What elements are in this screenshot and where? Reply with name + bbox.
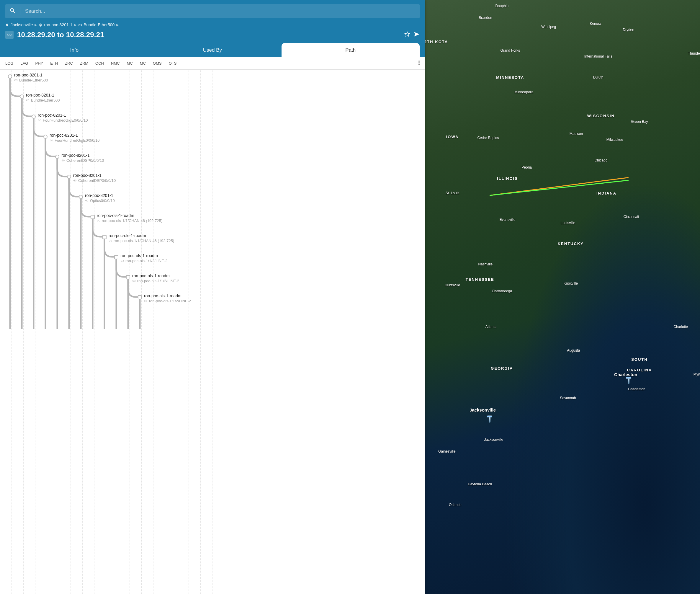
- link-icon: [73, 179, 76, 182]
- map-city-label: Brandon: [479, 15, 492, 20]
- layer-tab[interactable]: ZRC: [61, 61, 76, 66]
- map-city-label: Atlanta: [485, 325, 496, 329]
- path-node-sub: Optics0/0/0/10: [85, 198, 115, 203]
- map-city-label: Green Bay: [631, 120, 648, 124]
- map-city-label: International Falls: [584, 54, 612, 59]
- layer-tab[interactable]: LOG: [2, 61, 17, 66]
- node-square-icon: [102, 235, 107, 239]
- locate-button[interactable]: [414, 31, 420, 38]
- favorite-button[interactable]: [404, 31, 410, 38]
- breadcrumb-item[interactable]: Bundle-Ether500: [78, 23, 114, 27]
- layer-tab[interactable]: PHY: [32, 61, 47, 66]
- node-circle-icon: [79, 195, 83, 199]
- map-pin-icon[interactable]: [626, 377, 631, 384]
- path-node[interactable]: ron-poc-8201-1CoherentDSP0/0/0/10: [0, 156, 425, 176]
- node-square-icon: [138, 295, 142, 299]
- map-city-label: Savannah: [560, 396, 576, 400]
- map-city-label: Grand Forks: [500, 48, 520, 53]
- map-state-label: KENTUCKY: [558, 241, 584, 245]
- map-state-label: IOWA: [446, 134, 459, 139]
- layer-tab[interactable]: MC: [136, 61, 149, 66]
- path-node-title: ron-poc-8201-1: [73, 173, 116, 178]
- svg-point-2: [418, 64, 420, 65]
- layer-tab[interactable]: ZRM: [76, 61, 92, 66]
- layer-tab[interactable]: OCH: [92, 61, 107, 66]
- path-node-sub: CoherentDSP0/0/0/10: [61, 158, 104, 163]
- link-icon: [97, 219, 100, 222]
- layer-tab[interactable]: OMS: [149, 61, 165, 66]
- chevron-right-icon: ▶: [35, 23, 37, 27]
- map-state-label: SOUTH: [631, 357, 648, 362]
- link-icon: [38, 119, 41, 122]
- path-node-title: ron-poc-8201-1: [61, 153, 104, 158]
- link-icon: [5, 31, 13, 39]
- tab-path[interactable]: Path: [282, 43, 420, 57]
- path-node-title: ron-poc-ols-1-roadm: [120, 253, 167, 258]
- page-title: 10.28.29.20 to 10.28.29.21: [17, 31, 401, 39]
- path-node-sub: FourHundredGigE0/0/0/10: [49, 138, 100, 142]
- map-state-label: MINNESOTA: [496, 75, 524, 79]
- layer-tab[interactable]: LAG: [17, 61, 32, 66]
- map-city-label: Evansville: [499, 218, 515, 222]
- map-city-label: Charleston: [628, 387, 645, 391]
- main-tabs: Info Used By Path: [5, 43, 420, 57]
- map-state-label: GEORGIA: [491, 366, 513, 370]
- map-city-label: Gainesville: [438, 449, 456, 454]
- path-node-sub: CoherentDSP0/0/0/10: [73, 178, 116, 183]
- path-node-sub: ron-poc-ols-1/1/2/LINE-2: [144, 299, 191, 303]
- path-node[interactable]: ron-poc-ols-1-roadmron-poc-ols-1/1/2/LIN…: [0, 296, 425, 317]
- map-city-label: Peoria: [521, 165, 532, 169]
- breadcrumb-item[interactable]: Jacksonville: [5, 23, 33, 27]
- map-city-label: Winnipeg: [541, 25, 556, 29]
- map-city-label: Jacksonville: [484, 437, 503, 442]
- map-city-label: Cincinnati: [624, 214, 639, 219]
- node-square-icon: [91, 215, 95, 219]
- path-node-title: ron-poc-ols-1-roadm: [97, 213, 162, 218]
- map-city-label: Charlotte: [673, 325, 688, 329]
- path-node-title: ron-poc-ols-1-roadm: [144, 293, 191, 298]
- map-city-label: Huntsville: [445, 283, 460, 287]
- path-node-title: ron-poc-8201-1: [49, 133, 100, 138]
- path-node[interactable]: ron-poc-8201-1Optics0/0/0/10: [0, 196, 425, 216]
- path-node-sub: ron-poc-ols-1/1/2/LINE-2: [132, 279, 179, 283]
- tab-info[interactable]: Info: [5, 43, 143, 57]
- map-city-label: Cedar Rapids: [478, 136, 499, 140]
- search-icon: [9, 7, 20, 15]
- map-state-label: TENNESSEE: [466, 277, 494, 282]
- path-node-sub: FourHundredGigE0/0/0/10: [38, 118, 88, 123]
- map-view[interactable]: DauphinBrandonWinnipegKenoraDrydenIntern…: [425, 0, 700, 594]
- map-city-label: Minneapolis: [514, 90, 533, 94]
- search-input[interactable]: [25, 8, 416, 14]
- search-bar[interactable]: [5, 4, 420, 18]
- map-city-label: Jacksonville: [469, 407, 496, 412]
- path-node[interactable]: ron-poc-ols-1-roadmron-poc-ols-1/1/2/LIN…: [0, 256, 425, 276]
- map-city-label: Knoxville: [564, 282, 578, 286]
- path-node[interactable]: ron-poc-ols-1-roadmron-poc-ols-1/1/2/LIN…: [0, 276, 425, 296]
- map-city-label: Duluth: [593, 75, 603, 79]
- map-state-label: RTH KOTA: [425, 39, 448, 44]
- layer-tab[interactable]: OTS: [165, 61, 180, 66]
- link-icon: [14, 78, 18, 82]
- map-state-label: ILLINOIS: [497, 176, 518, 180]
- path-tree: ron-poc-8201-1Bundle-Ether500ron-poc-820…: [0, 70, 425, 594]
- map-city-label: Madison: [569, 132, 583, 136]
- path-node[interactable]: ron-poc-ols-1-roadmron-poc-ols-1/1/CHAN …: [0, 236, 425, 256]
- path-node[interactable]: ron-poc-ols-1-roadmron-poc-ols-1/1/CHAN …: [0, 216, 425, 236]
- map-state-label: INDIANA: [596, 191, 617, 195]
- layer-tab[interactable]: NMC: [107, 61, 124, 66]
- map-city-label: Dryden: [623, 28, 634, 32]
- layer-tab[interactable]: MC: [124, 61, 136, 66]
- tab-used-by[interactable]: Used By: [143, 43, 282, 57]
- layer-tab[interactable]: ETH: [47, 61, 61, 66]
- link-icon: [85, 199, 88, 202]
- details-panel: Jacksonville▶ron-poc-8201-1▶Bundle-Ether…: [0, 0, 425, 594]
- path-node[interactable]: ron-poc-8201-1CoherentDSP0/0/0/10: [0, 176, 425, 196]
- path-node-title: ron-poc-8201-1: [85, 193, 115, 198]
- breadcrumb-item[interactable]: ron-poc-8201-1: [39, 23, 72, 27]
- path-node[interactable]: ron-poc-8201-1Bundle-Ether500: [0, 75, 425, 96]
- more-menu-button[interactable]: [415, 61, 423, 66]
- map-city-label: Milwaukee: [606, 138, 623, 142]
- breadcrumb: Jacksonville▶ron-poc-8201-1▶Bundle-Ether…: [5, 23, 420, 27]
- map-pin-icon[interactable]: [487, 416, 492, 423]
- node-square-icon: [114, 255, 118, 259]
